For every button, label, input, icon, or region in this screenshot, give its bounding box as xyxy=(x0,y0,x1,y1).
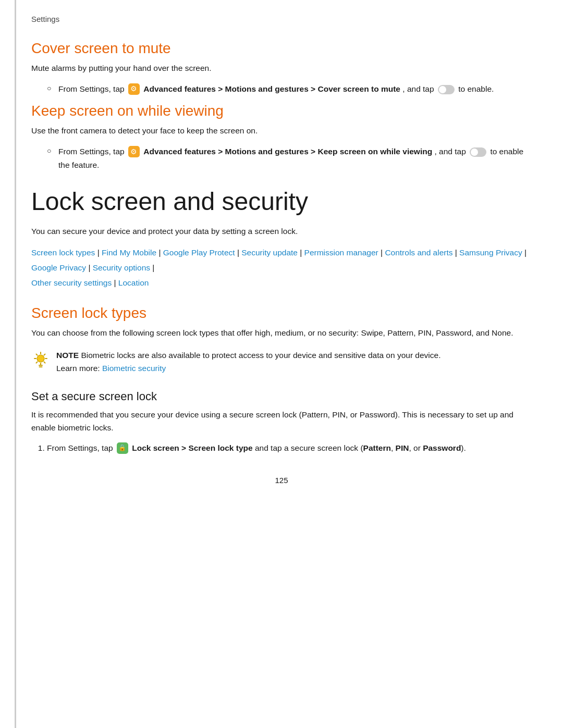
screen-lock-types-section: Screen lock types You can choose from th… xyxy=(31,305,532,455)
sep-1: | xyxy=(95,248,102,257)
toggle-icon-keep xyxy=(470,147,486,157)
pattern-bold: Pattern xyxy=(363,443,391,452)
password-bold: Password xyxy=(423,443,461,452)
section-title-keep-screen: Keep screen on while viewing xyxy=(31,103,532,119)
note-learn-more-prefix: Learn more: xyxy=(56,364,102,373)
svg-line-5 xyxy=(36,354,38,355)
cover-screen-body: Mute alarms by putting your hand over th… xyxy=(31,62,532,75)
set-secure-step-1-suffix: and tap a secure screen lock (Pattern, P… xyxy=(255,443,466,452)
gear-icon-cover xyxy=(128,83,140,95)
note-label: NOTE xyxy=(56,351,79,360)
svg-point-0 xyxy=(37,355,44,362)
link-google-play-protect[interactable]: Google Play Protect xyxy=(163,248,235,257)
link-security-update[interactable]: Security update xyxy=(241,248,298,257)
sep-7: | xyxy=(522,248,527,257)
link-controls-and-alerts[interactable]: Controls and alerts xyxy=(385,248,452,257)
sep-8: | xyxy=(86,263,93,272)
subsection-title-set-secure: Set a secure screen lock xyxy=(31,390,532,403)
chapter-body: You can secure your device and protect y… xyxy=(31,225,532,238)
screen-lock-types-body: You can choose from the following screen… xyxy=(31,327,532,340)
breadcrumb: Settings xyxy=(31,15,532,23)
set-secure-ordered-list: From Settings, tap Lock screen > Screen … xyxy=(47,441,532,455)
link-permission-manager[interactable]: Permission manager xyxy=(304,248,378,257)
toggle-icon-cover xyxy=(438,85,455,94)
keep-screen-and-tap: , and tap xyxy=(434,147,468,156)
sep-9: | xyxy=(150,263,154,272)
keep-screen-bullet-prefix: From Settings, tap xyxy=(58,147,127,156)
keep-screen-bullets: From Settings, tap Advanced features > M… xyxy=(47,145,532,171)
link-google-privacy[interactable]: Google Privacy xyxy=(31,263,86,272)
cover-screen-path: Advanced features > Motions and gestures… xyxy=(143,84,400,93)
set-secure-step-1-prefix: From Settings, tap xyxy=(47,443,115,452)
chapter-links: Screen lock types | Find My Mobile | Goo… xyxy=(31,245,532,290)
cover-screen-enable: to enable. xyxy=(458,84,494,93)
set-secure-step-1: From Settings, tap Lock screen > Screen … xyxy=(47,441,532,455)
keep-screen-body: Use the front camera to detect your face… xyxy=(31,125,532,138)
sep-2: | xyxy=(156,248,163,257)
link-biometric-security[interactable]: Biometric security xyxy=(102,364,166,373)
sep-5: | xyxy=(378,248,385,257)
lock-icon-step1 xyxy=(117,442,128,454)
link-security-options[interactable]: Security options xyxy=(93,263,150,272)
page-border-left xyxy=(15,0,16,728)
link-samsung-privacy[interactable]: Samsung Privacy xyxy=(459,248,522,257)
section-title-screen-lock-types: Screen lock types xyxy=(31,305,532,322)
page-container: Settings Cover screen to mute Mute alarm… xyxy=(0,0,563,728)
note-body: Biometric locks are also available to pr… xyxy=(81,351,440,360)
sep-4: | xyxy=(298,248,304,257)
page-number: 125 xyxy=(31,476,532,495)
section-title-cover-screen: Cover screen to mute xyxy=(31,40,532,57)
link-location[interactable]: Location xyxy=(118,278,149,287)
note-block: NOTE Biometric locks are also available … xyxy=(31,349,532,375)
svg-line-8 xyxy=(36,362,38,363)
sep-3: | xyxy=(235,248,242,257)
set-secure-body: It is recommended that you secure your d… xyxy=(31,409,532,435)
sep-6: | xyxy=(452,248,459,257)
cover-screen-bullets: From Settings, tap Advanced features > M… xyxy=(47,82,532,96)
gear-icon-keep xyxy=(128,146,140,157)
lightbulb-svg xyxy=(31,350,50,369)
link-other-security-settings[interactable]: Other security settings xyxy=(31,278,112,287)
cover-screen-bullet-1: From Settings, tap Advanced features > M… xyxy=(47,82,532,96)
keep-screen-path: Advanced features > Motions and gestures… xyxy=(143,147,432,156)
note-text: NOTE Biometric locks are also available … xyxy=(56,349,440,375)
set-secure-step-1-path: Lock screen > Screen lock type xyxy=(132,443,252,452)
lightbulb-icon xyxy=(31,350,50,369)
chapter-title: Lock screen and security xyxy=(31,187,532,216)
cover-screen-bullet-prefix: From Settings, tap xyxy=(58,84,127,93)
link-screen-lock-types[interactable]: Screen lock types xyxy=(31,248,95,257)
sep-10: | xyxy=(112,278,118,287)
keep-screen-bullet-1: From Settings, tap Advanced features > M… xyxy=(47,145,532,171)
pin-bold: PIN xyxy=(396,443,409,452)
link-find-my-mobile[interactable]: Find My Mobile xyxy=(102,248,156,257)
svg-line-7 xyxy=(44,354,45,355)
cover-screen-and-tap: , and tap xyxy=(402,84,436,93)
svg-line-6 xyxy=(44,362,45,363)
